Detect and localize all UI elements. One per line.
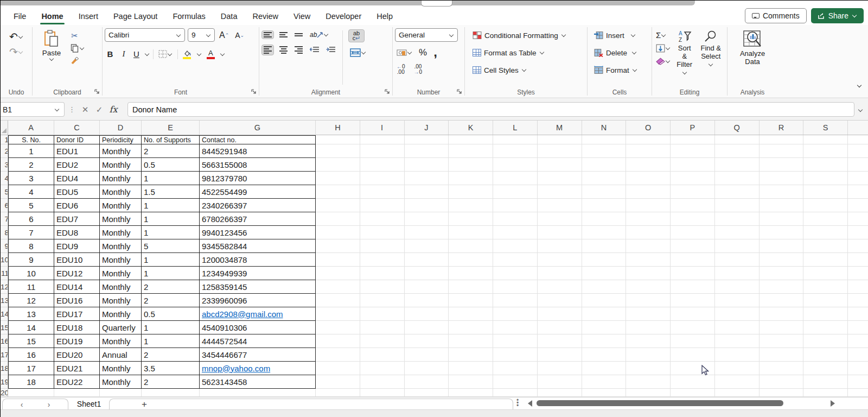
cell-P15[interactable]	[671, 321, 715, 334]
cell-N17[interactable]	[582, 348, 627, 362]
cell-R2[interactable]	[760, 144, 804, 158]
cell-K12[interactable]	[449, 280, 493, 294]
cell-R12[interactable]	[760, 280, 804, 294]
cell-P9[interactable]	[671, 239, 715, 253]
cell-J15[interactable]	[405, 321, 449, 334]
cell-J6[interactable]	[405, 199, 449, 212]
row-header-12[interactable]: 12	[1, 280, 8, 294]
cell-Q17[interactable]	[715, 348, 760, 362]
enter-button[interactable]: ✓	[93, 103, 106, 116]
cell-S11[interactable]	[803, 267, 848, 280]
cell-Q8[interactable]	[715, 226, 760, 239]
cell-P6[interactable]	[671, 199, 715, 212]
formula-input[interactable]: Donor Name	[127, 102, 854, 117]
cell-A18[interactable]: 17	[8, 362, 54, 375]
cell-A20[interactable]	[8, 389, 54, 397]
undo-button[interactable]: ↶	[8, 31, 25, 42]
cell-K4[interactable]	[449, 172, 493, 185]
cell-D19[interactable]: Monthly	[100, 375, 142, 389]
accounting-format-button[interactable]	[395, 48, 414, 58]
cell-C6[interactable]: EDU6	[54, 199, 100, 212]
cell-I14[interactable]	[360, 307, 405, 321]
cell-C1[interactable]: Donor ID	[54, 135, 100, 144]
cell-partial[interactable]	[848, 185, 868, 199]
cell-L4[interactable]	[493, 172, 538, 185]
cell-C8[interactable]: EDU8	[54, 226, 100, 239]
cell-E4[interactable]: 1	[142, 172, 200, 185]
cell-Q5[interactable]	[715, 185, 760, 199]
cell-G7[interactable]: 6780266397	[200, 212, 316, 226]
cell-O3[interactable]	[626, 158, 671, 172]
cell-C14[interactable]: EDU17	[54, 307, 100, 321]
cell-D1[interactable]: Periodicity	[100, 135, 142, 144]
cell-C20[interactable]	[54, 389, 100, 397]
cell-R6[interactable]	[760, 199, 804, 212]
scroll-right-arrow[interactable]	[831, 400, 835, 407]
number-format-combobox[interactable]: General	[395, 28, 458, 42]
name-box[interactable]: B1	[1, 102, 65, 117]
cell-K5[interactable]	[449, 185, 493, 199]
cell-D12[interactable]: Monthly	[100, 280, 142, 294]
cell-P12[interactable]	[671, 280, 715, 294]
row-header-4[interactable]: 4	[1, 172, 8, 185]
increase-decimal-button[interactable]: ←0.00	[395, 63, 407, 76]
cell-A6[interactable]: 5	[8, 199, 54, 212]
align-bottom-button[interactable]	[293, 32, 304, 37]
cell-N19[interactable]	[582, 375, 627, 389]
cell-S19[interactable]	[803, 375, 848, 389]
cell-R17[interactable]	[760, 348, 804, 362]
wrap-text-button[interactable]: abc↵	[348, 29, 365, 42]
bold-button[interactable]: B	[105, 48, 116, 60]
cell-P5[interactable]	[671, 185, 715, 199]
cell-C16[interactable]: EDU19	[54, 334, 100, 348]
column-header-I[interactable]: I	[360, 121, 405, 135]
cell-O17[interactable]	[626, 348, 671, 362]
column-header-M[interactable]: M	[538, 121, 582, 135]
cell-E14[interactable]: 0.5	[142, 307, 200, 321]
cell-A1[interactable]: S. No.	[8, 135, 54, 144]
cell-A11[interactable]: 10	[8, 267, 54, 280]
cell-J7[interactable]	[405, 212, 449, 226]
cell-I1[interactable]	[360, 135, 405, 144]
cell-S1[interactable]	[803, 135, 848, 144]
cell-A13[interactable]: 12	[8, 294, 54, 307]
cell-O11[interactable]	[626, 267, 671, 280]
cell-J14[interactable]	[405, 307, 449, 321]
cell-partial[interactable]	[848, 199, 868, 212]
cell-O5[interactable]	[626, 185, 671, 199]
cell-L18[interactable]	[493, 362, 538, 375]
cell-S13[interactable]	[803, 294, 848, 307]
comments-button[interactable]: Comments	[745, 8, 807, 23]
select-all-corner[interactable]	[1, 121, 8, 135]
cell-D6[interactable]: Monthly	[100, 199, 142, 212]
cell-D4[interactable]: Monthly	[100, 172, 142, 185]
cell-G9[interactable]: 9345582844	[200, 239, 316, 253]
row-header-15[interactable]: 15	[1, 321, 8, 334]
cell-O8[interactable]	[626, 226, 671, 239]
cell-M11[interactable]	[538, 267, 582, 280]
cell-E7[interactable]: 1	[142, 212, 200, 226]
cell-J4[interactable]	[405, 172, 449, 185]
align-center-button[interactable]	[278, 45, 289, 55]
cell-O16[interactable]	[626, 334, 671, 348]
decrease-decimal-button[interactable]: .00→0	[412, 63, 424, 76]
cell-O18[interactable]	[626, 362, 671, 375]
underline-button[interactable]: U	[132, 48, 141, 60]
cell-H2[interactable]	[316, 144, 360, 158]
cell-R18[interactable]	[760, 362, 804, 375]
cell-L2[interactable]	[493, 144, 538, 158]
cell-partial[interactable]	[848, 239, 868, 253]
cell-C11[interactable]: EDU12	[54, 267, 100, 280]
cell-partial[interactable]	[848, 307, 868, 321]
cell-P7[interactable]	[671, 212, 715, 226]
copy-button[interactable]	[68, 43, 86, 54]
cell-K10[interactable]	[449, 253, 493, 267]
cell-Q2[interactable]	[715, 144, 760, 158]
column-header-S[interactable]: S	[803, 121, 848, 135]
font-color-button[interactable]: A	[205, 49, 216, 59]
number-dialog-launcher[interactable]	[457, 89, 463, 95]
cell-M2[interactable]	[538, 144, 582, 158]
cell-A16[interactable]: 15	[8, 334, 54, 348]
cell-R15[interactable]	[760, 321, 804, 334]
cell-A8[interactable]: 7	[8, 226, 54, 239]
